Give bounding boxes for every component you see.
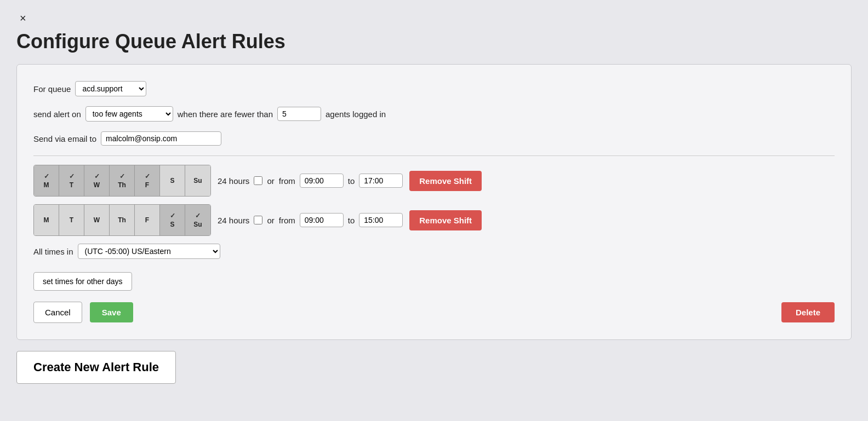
set-times-button[interactable]: set times for other days bbox=[33, 272, 132, 291]
or-label-2: or bbox=[267, 216, 274, 225]
save-button[interactable]: Save bbox=[90, 302, 133, 322]
day-label-m-1: M bbox=[44, 181, 49, 189]
queue-row: For queue acd.support acd.sales acd.bill… bbox=[33, 81, 835, 96]
shift-time-group-2: 24 hours or from to bbox=[218, 213, 403, 227]
timezone-label: All times in bbox=[33, 247, 73, 256]
alert-label: send alert on bbox=[33, 109, 81, 119]
email-input[interactable] bbox=[101, 131, 221, 146]
day-label-t-2: T bbox=[70, 216, 73, 224]
hours-24-label-1: 24 hours bbox=[218, 176, 249, 186]
day-label-su-1: Su bbox=[193, 177, 202, 184]
day-cell-t-2[interactable]: T bbox=[59, 205, 84, 235]
action-row: Cancel Save Delete bbox=[33, 302, 835, 323]
shift-row-2: M T W Th F ✓ S ✓ Su 24 hours bbox=[33, 204, 835, 236]
day-grid-2: M T W Th F ✓ S ✓ Su bbox=[33, 204, 211, 236]
check-icon-m-1: ✓ bbox=[44, 172, 49, 180]
alert-rule-card: For queue acd.support acd.sales acd.bill… bbox=[16, 64, 852, 340]
day-label-th-2: Th bbox=[118, 216, 126, 224]
close-button[interactable]: × bbox=[16, 11, 30, 26]
day-label-f-1: F bbox=[145, 181, 149, 189]
day-label-s-1: S bbox=[170, 177, 174, 184]
day-cell-w-2[interactable]: W bbox=[84, 205, 110, 235]
day-cell-f-1[interactable]: ✓ F bbox=[135, 165, 160, 196]
delete-button[interactable]: Delete bbox=[781, 302, 835, 322]
check-icon-su-2: ✓ bbox=[195, 212, 201, 220]
hours-24-checkbox-2[interactable] bbox=[254, 216, 262, 224]
shift-time-group-1: 24 hours or from to bbox=[218, 174, 403, 188]
or-label-1: or bbox=[267, 176, 274, 186]
remove-shift-button-1[interactable]: Remove Shift bbox=[409, 171, 482, 191]
queue-label: For queue bbox=[33, 84, 71, 94]
day-label-w-1: W bbox=[94, 181, 100, 189]
email-row: Send via email to bbox=[33, 131, 835, 146]
create-new-alert-rule-button[interactable]: Create New Alert Rule bbox=[16, 351, 176, 384]
remove-shift-button-2[interactable]: Remove Shift bbox=[409, 210, 482, 230]
alert-type-select[interactable]: too few agents too many agents queue dep… bbox=[85, 106, 173, 122]
day-label-w-2: W bbox=[94, 216, 100, 224]
from-time-2[interactable] bbox=[300, 213, 344, 227]
to-label-2: to bbox=[348, 216, 355, 225]
page-title: Configure Queue Alert Rules bbox=[16, 30, 852, 53]
day-cell-su-2[interactable]: ✓ Su bbox=[185, 205, 210, 235]
check-icon-t-1: ✓ bbox=[69, 172, 75, 180]
from-time-1[interactable] bbox=[300, 174, 344, 188]
day-cell-th-2[interactable]: Th bbox=[110, 205, 135, 235]
check-icon-th-1: ✓ bbox=[119, 172, 125, 180]
day-cell-t-1[interactable]: ✓ T bbox=[59, 165, 84, 196]
timezone-row: All times in (UTC -05:00) US/Eastern (UT… bbox=[33, 244, 835, 259]
day-grid-1: ✓ M ✓ T ✓ W ✓ Th ✓ F S Su bbox=[33, 165, 211, 197]
day-label-t-1: T bbox=[70, 181, 73, 189]
threshold-label: when there are fewer than bbox=[178, 109, 273, 119]
day-cell-s-1[interactable]: S bbox=[160, 165, 185, 196]
day-label-s-2: S bbox=[170, 221, 174, 228]
day-label-f-2: F bbox=[145, 216, 149, 224]
day-cell-f-2[interactable]: F bbox=[135, 205, 160, 235]
threshold-suffix: agents logged in bbox=[326, 109, 386, 119]
from-label-1: from bbox=[279, 176, 295, 186]
day-cell-su-1[interactable]: Su bbox=[185, 165, 210, 196]
check-icon-f-1: ✓ bbox=[145, 172, 150, 180]
to-label-1: to bbox=[348, 176, 355, 186]
check-icon-w-1: ✓ bbox=[94, 172, 100, 180]
day-cell-s-2[interactable]: ✓ S bbox=[160, 205, 185, 235]
day-cell-m-2[interactable]: M bbox=[34, 205, 59, 235]
to-time-1[interactable] bbox=[359, 174, 403, 188]
divider bbox=[33, 155, 835, 156]
day-label-m-2: M bbox=[44, 216, 49, 224]
day-label-th-1: Th bbox=[118, 181, 126, 189]
hours-24-label-2: 24 hours bbox=[218, 216, 249, 225]
email-label: Send via email to bbox=[33, 134, 96, 143]
to-time-2[interactable] bbox=[359, 213, 403, 227]
day-cell-w-1[interactable]: ✓ W bbox=[84, 165, 110, 196]
day-cell-th-1[interactable]: ✓ Th bbox=[110, 165, 135, 196]
threshold-input[interactable] bbox=[277, 107, 321, 121]
day-cell-m-1[interactable]: ✓ M bbox=[34, 165, 59, 196]
timezone-select[interactable]: (UTC -05:00) US/Eastern (UTC -08:00) US/… bbox=[78, 244, 220, 259]
check-icon-s-2: ✓ bbox=[170, 212, 175, 220]
shift-row-1: ✓ M ✓ T ✓ W ✓ Th ✓ F S Su bbox=[33, 165, 835, 197]
cancel-button[interactable]: Cancel bbox=[33, 302, 82, 323]
hours-24-checkbox-1[interactable] bbox=[254, 176, 262, 185]
alert-condition-row: send alert on too few agents too many ag… bbox=[33, 106, 835, 122]
from-label-2: from bbox=[279, 216, 295, 225]
queue-select[interactable]: acd.support acd.sales acd.billing bbox=[75, 81, 146, 96]
day-label-su-2: Su bbox=[193, 221, 202, 228]
